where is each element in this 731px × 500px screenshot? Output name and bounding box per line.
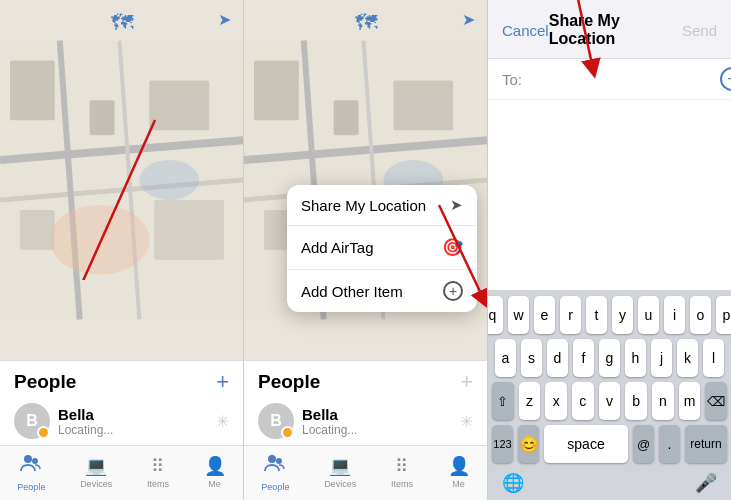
context-menu: Share My Location ➤ Add AirTag 🎯 Add Oth… [287, 185, 477, 312]
key-y[interactable]: y [612, 296, 633, 334]
add-person-button-left[interactable]: + [216, 371, 229, 393]
context-add-airtag[interactable]: Add AirTag 🎯 [287, 226, 477, 270]
svg-point-11 [139, 160, 199, 200]
delete-key[interactable]: ⌫ [705, 382, 727, 420]
key-b[interactable]: b [625, 382, 647, 420]
location-arrow-icon-mid[interactable]: ➤ [462, 10, 475, 29]
key-r[interactable]: r [560, 296, 581, 334]
key-n[interactable]: n [652, 382, 674, 420]
return-key[interactable]: return [685, 425, 727, 463]
tab-devices-mid[interactable]: 💻 Devices [324, 455, 356, 489]
add-person-button-mid[interactable]: + [460, 371, 473, 393]
share-location-label: Share My Location [301, 197, 426, 214]
bottom-panel-mid: People + B Bella Locating... ✳︎ People 💻 [244, 360, 487, 500]
svg-rect-0 [0, 41, 243, 320]
add-recipient-button[interactable]: + [720, 67, 731, 91]
key-l[interactable]: l [703, 339, 724, 377]
tab-me-label-left: Me [208, 479, 221, 489]
at-key[interactable]: @ [633, 425, 654, 463]
mic-icon[interactable]: 🎤 [695, 472, 717, 494]
key-p[interactable]: p [716, 296, 731, 334]
tab-items-label-left: Items [147, 479, 169, 489]
svg-point-28 [268, 455, 276, 463]
svg-rect-23 [393, 80, 453, 130]
numbers-key[interactable]: 123 [492, 425, 513, 463]
tab-items-left[interactable]: ⠿ Items [147, 455, 169, 489]
right-panel: Cancel Share My Location Send To: + q w … [488, 0, 731, 500]
svg-point-14 [32, 458, 38, 464]
key-i[interactable]: i [664, 296, 685, 334]
avatar-left: B [14, 403, 50, 439]
person-status-left: Locating... [58, 423, 208, 437]
key-m[interactable]: m [679, 382, 701, 420]
tab-people-label-left: People [17, 482, 45, 492]
share-location-icon: ➤ [450, 196, 463, 214]
snowflake-icon-left[interactable]: ✳︎ [216, 412, 229, 431]
map-icon-left: 🗺 [111, 10, 133, 36]
key-u[interactable]: u [638, 296, 659, 334]
key-f[interactable]: f [573, 339, 594, 377]
keyboard-row-3: ⇧ z x c v b n m ⌫ [492, 382, 727, 420]
tab-devices-left[interactable]: 💻 Devices [80, 455, 112, 489]
person-row-left[interactable]: B Bella Locating... ✳︎ [0, 397, 243, 445]
key-c[interactable]: c [572, 382, 594, 420]
to-row: To: + [488, 59, 731, 100]
tab-items-label-mid: Items [391, 479, 413, 489]
tab-people-label-mid: People [261, 482, 289, 492]
devices-tab-icon-left: 💻 [85, 455, 107, 477]
compose-header: Cancel Share My Location Send [488, 0, 731, 59]
emoji-key[interactable]: 😊 [518, 425, 539, 463]
tab-items-mid[interactable]: ⠿ Items [391, 455, 413, 489]
map-background-mid: 🗺 ➤ Share My Location ➤ Add AirTag 🎯 Add… [244, 0, 487, 360]
key-w[interactable]: w [508, 296, 529, 334]
key-a[interactable]: a [495, 339, 516, 377]
items-tab-icon-mid: ⠿ [395, 455, 408, 477]
keyboard-row-2: a s d f g h j k l [492, 339, 727, 377]
to-input[interactable] [526, 71, 716, 88]
context-add-other[interactable]: Add Other Item + [287, 270, 477, 312]
key-s[interactable]: s [521, 339, 542, 377]
key-k[interactable]: k [677, 339, 698, 377]
person-name-left: Bella [58, 406, 208, 423]
key-x[interactable]: x [545, 382, 567, 420]
people-title-left: People [14, 371, 76, 393]
avatar-mid: B [258, 403, 294, 439]
globe-icon[interactable]: 🌐 [502, 472, 524, 494]
shift-key[interactable]: ⇧ [492, 382, 514, 420]
snowflake-icon-mid[interactable]: ✳︎ [460, 412, 473, 431]
location-arrow-icon-left[interactable]: ➤ [218, 10, 231, 29]
person-name-mid: Bella [302, 406, 452, 423]
period-key[interactable]: . [659, 425, 680, 463]
people-tab-icon-mid [264, 452, 286, 480]
key-z[interactable]: z [519, 382, 541, 420]
context-share-location[interactable]: Share My Location ➤ [287, 185, 477, 226]
add-airtag-label: Add AirTag [301, 239, 374, 256]
svg-line-2 [0, 180, 243, 200]
airtag-icon: 🎯 [442, 237, 463, 258]
space-key[interactable]: space [544, 425, 628, 463]
person-row-mid[interactable]: B Bella Locating... ✳︎ [244, 397, 487, 445]
tab-people-mid[interactable]: People [261, 452, 289, 492]
key-j[interactable]: j [651, 339, 672, 377]
tab-devices-label-mid: Devices [324, 479, 356, 489]
to-label: To: [502, 71, 522, 88]
people-header-left: People + [0, 361, 243, 397]
key-o[interactable]: o [690, 296, 711, 334]
send-button[interactable]: Send [682, 22, 717, 39]
status-dot-left [37, 426, 50, 439]
key-g[interactable]: g [599, 339, 620, 377]
svg-rect-5 [10, 60, 55, 120]
keyboard-row-4: 123 😊 space @ . return [492, 425, 727, 463]
tab-me-left[interactable]: 👤 Me [204, 455, 226, 489]
key-d[interactable]: d [547, 339, 568, 377]
cancel-button[interactable]: Cancel [502, 22, 549, 39]
devices-tab-icon-mid: 💻 [329, 455, 351, 477]
svg-rect-20 [254, 60, 299, 120]
tab-me-mid[interactable]: 👤 Me [448, 455, 470, 489]
avatar-initial-left: B [26, 412, 38, 430]
key-e[interactable]: e [534, 296, 555, 334]
key-h[interactable]: h [625, 339, 646, 377]
key-t[interactable]: t [586, 296, 607, 334]
key-v[interactable]: v [599, 382, 621, 420]
tab-people-left[interactable]: People [17, 452, 45, 492]
